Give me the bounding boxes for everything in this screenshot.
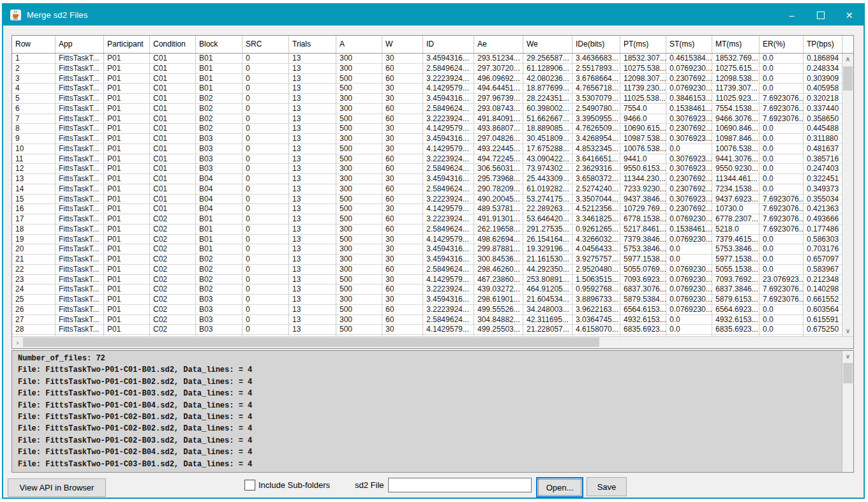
table-cell[interactable]: 21.228057...: [523, 325, 572, 335]
table-cell[interactable]: 3.4636683...: [572, 54, 620, 64]
table-row[interactable]: 9FittsTaskT...P01C01B03013300303.4594316…: [12, 134, 842, 144]
table-row[interactable]: 18FittsTaskT...P01C02B01013300602.584962…: [12, 225, 842, 235]
scroll-right-icon[interactable]: ›: [12, 337, 23, 348]
table-cell[interactable]: C02: [150, 295, 196, 305]
table-cell[interactable]: 7093.6923...: [620, 275, 666, 285]
table-cell[interactable]: 0.0: [760, 64, 804, 74]
table-cell[interactable]: 0.247403: [804, 164, 842, 174]
table-cell[interactable]: 500: [336, 74, 382, 84]
table-cell[interactable]: 13: [289, 64, 336, 74]
table-cell[interactable]: 18532.769...: [712, 54, 760, 64]
table-cell[interactable]: C02: [150, 325, 196, 335]
table-cell[interactable]: 0.3076923...: [666, 164, 712, 174]
table-cell[interactable]: 3.2223924...: [423, 114, 474, 124]
table-cell[interactable]: FittsTaskT...: [56, 114, 104, 124]
table-cell[interactable]: 10275.615...: [712, 64, 760, 74]
table-cell[interactable]: B03: [196, 134, 243, 144]
table-cell[interactable]: 0.212348: [804, 275, 842, 285]
table-cell[interactable]: 60: [382, 284, 423, 295]
table-cell[interactable]: 22: [12, 265, 56, 275]
table-cell[interactable]: 3.4594316...: [423, 94, 474, 104]
table-cell[interactable]: 19: [12, 235, 56, 245]
table-cell[interactable]: 12098.538...: [712, 74, 760, 84]
table-cell[interactable]: 60: [382, 114, 423, 124]
table-cell[interactable]: 499.25503...: [474, 325, 523, 335]
table-cell[interactable]: 500: [336, 325, 382, 335]
table-cell[interactable]: P01: [104, 64, 150, 74]
table-cell[interactable]: 9437.3846...: [620, 195, 666, 205]
table-cell[interactable]: B02: [196, 255, 243, 265]
table-cell[interactable]: 293.08743...: [474, 104, 523, 114]
table-cell[interactable]: 7.6923076...: [760, 225, 804, 235]
column-header[interactable]: Condition: [150, 36, 196, 53]
table-cell[interactable]: 9441.0: [620, 154, 666, 165]
table-cell[interactable]: 3.4594316...: [423, 174, 474, 184]
table-cell[interactable]: 7379.4615...: [712, 235, 760, 245]
table-cell[interactable]: FittsTaskT...: [56, 195, 104, 205]
table-cell[interactable]: P01: [104, 265, 150, 275]
table-cell[interactable]: 0.0769230...: [666, 305, 712, 315]
table-cell[interactable]: 0.0: [760, 184, 804, 195]
table-cell[interactable]: 61.019282...: [523, 184, 572, 195]
table-cell[interactable]: B01: [196, 235, 243, 245]
table-cell[interactable]: 0: [243, 104, 289, 114]
table-cell[interactable]: 6778.2307...: [712, 214, 760, 225]
table-cell[interactable]: 500: [336, 214, 382, 225]
table-cell[interactable]: 5753.3846...: [712, 244, 760, 255]
table-row[interactable]: 3FittsTaskT...P01C01B01013500603.2223924…: [12, 74, 842, 84]
table-cell[interactable]: 6564.6923...: [712, 305, 760, 315]
table-cell[interactable]: 53.646420...: [523, 214, 572, 225]
table-cell[interactable]: 0.481637: [804, 144, 842, 154]
table-cell[interactable]: 30: [382, 174, 423, 184]
table-cell[interactable]: FittsTaskT...: [56, 235, 104, 245]
table-cell[interactable]: 0.421363: [804, 204, 842, 214]
table-cell[interactable]: 16: [12, 204, 56, 214]
table-cell[interactable]: 0.2307692...: [666, 204, 712, 214]
table-cell[interactable]: 20: [12, 244, 56, 255]
table-cell[interactable]: 0.4615384...: [666, 54, 712, 64]
column-header[interactable]: ID: [423, 36, 474, 53]
table-cell[interactable]: C02: [150, 255, 196, 265]
table-cell[interactable]: 0.0: [760, 84, 804, 94]
title-bar[interactable]: Merge sd2 Files – ✕: [3, 4, 864, 26]
table-cell[interactable]: 7093.7692...: [712, 275, 760, 285]
table-cell[interactable]: 11739.307...: [712, 84, 760, 94]
table-cell[interactable]: 11344.461...: [712, 174, 760, 184]
table-row[interactable]: 1FittsTaskT...P01C01B01013300303.4594316…: [12, 54, 842, 64]
table-cell[interactable]: 300: [336, 265, 382, 275]
table-cell[interactable]: 10275.538...: [620, 64, 666, 74]
table-cell[interactable]: 1: [12, 54, 56, 64]
table-cell[interactable]: 464.91205...: [523, 284, 572, 295]
table-cell[interactable]: 0.0: [760, 265, 804, 275]
table-cell[interactable]: 30: [382, 134, 423, 144]
table-cell[interactable]: B01: [196, 214, 243, 225]
table-cell[interactable]: 5055.0769...: [620, 265, 666, 275]
table-cell[interactable]: 43.090422...: [523, 154, 572, 165]
table-cell[interactable]: 11: [12, 154, 56, 165]
table-cell[interactable]: FittsTaskT...: [56, 54, 104, 64]
table-cell[interactable]: C02: [150, 244, 196, 255]
table-cell[interactable]: 0: [243, 154, 289, 165]
table-row[interactable]: 2FittsTaskT...P01C01B01013300602.5849624…: [12, 64, 842, 74]
table-cell[interactable]: 30: [382, 124, 423, 134]
table-cell[interactable]: P01: [104, 74, 150, 84]
table-cell[interactable]: 467.23860...: [474, 275, 523, 285]
table-cell[interactable]: B03: [196, 295, 243, 305]
table-cell[interactable]: 300: [336, 174, 382, 184]
table-cell[interactable]: 0.358650: [804, 114, 842, 124]
table-cell[interactable]: B01: [196, 84, 243, 94]
column-header[interactable]: Block: [196, 36, 243, 53]
table-cell[interactable]: 2.5849624...: [423, 64, 474, 74]
table-cell[interactable]: 2.5517893...: [572, 64, 620, 74]
table-cell[interactable]: 42.080236...: [523, 74, 572, 84]
table-cell[interactable]: FittsTaskT...: [56, 295, 104, 305]
minimize-button[interactable]: –: [777, 4, 806, 26]
table-cell[interactable]: FittsTaskT...: [56, 244, 104, 255]
table-cell[interactable]: 18: [12, 225, 56, 235]
table-cell[interactable]: B02: [196, 124, 243, 134]
table-row[interactable]: 26FittsTaskT...P01C02B03013500603.222392…: [12, 305, 842, 315]
table-cell[interactable]: B02: [196, 104, 243, 114]
table-cell[interactable]: C02: [150, 305, 196, 315]
table-cell[interactable]: 0.3076923...: [666, 134, 712, 144]
table-cell[interactable]: P01: [104, 124, 150, 134]
